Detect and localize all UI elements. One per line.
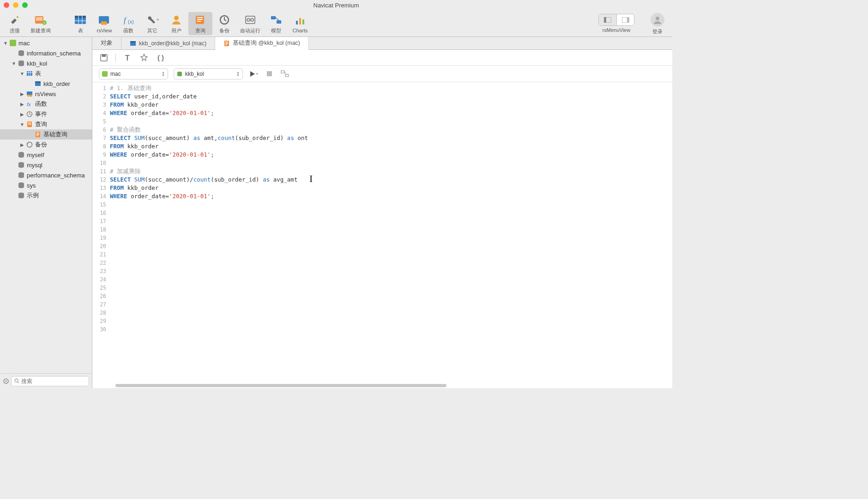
tab-bar: 对象kkb_order@kkb_kol (mac)基础查询 @kkb_kol (… <box>92 37 672 50</box>
user-icon <box>170 14 183 26</box>
tree-item[interactable]: ▼查询 <box>0 119 92 129</box>
svg-point-51 <box>28 95 30 97</box>
backup-icon <box>218 14 231 26</box>
seg-left-panel[interactable] <box>599 14 616 25</box>
toolbar-model[interactable]: 模型 <box>264 12 288 35</box>
spacer <box>11 193 17 198</box>
tree-item[interactable]: kkb_order <box>0 79 92 89</box>
main-panel: 对象kkb_order@kkb_kol (mac)基础查询 @kkb_kol (… <box>92 37 672 388</box>
tree-item[interactable]: ▶备份 <box>0 140 92 150</box>
svg-point-36 <box>656 17 659 20</box>
toolbar-user[interactable]: 用户 <box>164 12 188 35</box>
chevron-down-icon[interactable]: ▼ <box>19 71 25 76</box>
svg-point-79 <box>6 380 7 382</box>
svg-rect-35 <box>627 17 629 23</box>
toolbar-login[interactable]: 登录 <box>645 11 669 36</box>
svg-point-94 <box>177 74 182 76</box>
tree-item[interactable]: performance_schema <box>0 170 92 180</box>
chevron-right-icon[interactable]: ▶ <box>19 142 25 147</box>
tree-item[interactable]: ▼mac <box>0 38 92 48</box>
chevron-right-icon[interactable]: ▶ <box>19 101 25 107</box>
svg-rect-33 <box>604 17 606 23</box>
seg-right-panel[interactable] <box>616 14 634 25</box>
stop-button[interactable] <box>264 69 274 79</box>
line-gutter: 1234567891011121314151617181920212223242… <box>92 82 110 383</box>
svg-rect-2 <box>36 18 42 18</box>
scroll-thumb[interactable] <box>115 384 446 387</box>
tree-item[interactable]: ▶fx函数 <box>0 99 92 109</box>
run-toolbar: mac ▲▼ kkb_kol ▲▼ ▾ <box>92 66 672 82</box>
svg-rect-57 <box>28 124 31 125</box>
beautify-icon[interactable] <box>139 53 149 63</box>
toolbar-backup[interactable]: 备份 <box>212 12 236 35</box>
chevron-right-icon[interactable]: ▶ <box>19 111 25 117</box>
chevron-down-icon[interactable]: ▼ <box>3 40 8 46</box>
svg-rect-87 <box>225 44 227 45</box>
model-icon <box>270 14 283 26</box>
view-icon <box>98 14 111 26</box>
new-query-icon: + <box>34 14 47 26</box>
svg-point-25 <box>251 18 253 21</box>
svg-line-98 <box>284 72 287 74</box>
toolbar-new-query[interactable]: + 新建查询 <box>27 12 54 35</box>
fx-icon: fx <box>26 100 33 108</box>
tab[interactable]: 对象 <box>92 37 121 49</box>
tree-item[interactable]: ▼表 <box>0 68 92 79</box>
plug-icon <box>8 14 21 26</box>
svg-rect-86 <box>225 43 228 44</box>
text-cursor-icon: I <box>309 173 313 185</box>
rs-menu-view-label: rsMenuView <box>603 27 630 33</box>
tree-item-label: mysql <box>27 162 42 169</box>
tab[interactable]: 基础查询 @kkb_kol (mac) <box>215 37 309 50</box>
search-icon <box>14 378 19 383</box>
chevron-down-icon[interactable]: ▼ <box>11 61 17 66</box>
toolbar-table[interactable]: 表 <box>68 12 92 35</box>
tree-item[interactable]: ▶事件 <box>0 109 92 119</box>
chevron-right-icon[interactable]: ▶ <box>19 91 25 97</box>
tree-item[interactable]: 基础查询 <box>0 129 92 140</box>
tree-item[interactable]: sys <box>0 180 92 190</box>
tree-item[interactable]: ▼kkb_kol <box>0 58 92 68</box>
brackets-icon[interactable]: ( ) <box>156 53 166 63</box>
svg-rect-85 <box>225 42 228 43</box>
tree-item[interactable]: mysql <box>0 160 92 170</box>
query-icon <box>26 121 33 128</box>
sidebar-search[interactable] <box>11 376 89 386</box>
explain-button[interactable] <box>280 69 290 79</box>
svg-rect-31 <box>302 19 304 24</box>
svg-point-17 <box>174 16 179 20</box>
save-icon[interactable] <box>99 53 109 63</box>
svg-point-74 <box>18 186 24 188</box>
code-area[interactable]: # 1. 基础查询SELECT user_id,order_dateFROM k… <box>110 82 672 383</box>
format-icon[interactable]: T <box>122 53 133 63</box>
connection-dropdown[interactable]: mac ▲▼ <box>99 68 168 79</box>
tree-item[interactable]: ▶rsViews <box>0 89 92 99</box>
svg-rect-49 <box>35 81 41 83</box>
sidebar-search-input[interactable] <box>21 378 86 384</box>
toolbar-view[interactable]: rsView <box>92 12 116 35</box>
toolbar-charts[interactable]: Charts <box>288 12 312 35</box>
connection-tree[interactable]: ▼macinformation_schema▼kkb_kol▼表kkb_orde… <box>0 37 92 373</box>
toolbar-connection[interactable]: 连接 <box>3 12 27 35</box>
horizontal-scrollbar[interactable] <box>92 383 672 388</box>
tree-item[interactable]: myself <box>0 150 92 160</box>
svg-rect-7 <box>75 16 86 18</box>
db-icon <box>18 151 25 158</box>
toolbar-function[interactable]: f(x) 函数 <box>116 12 140 35</box>
settings-icon[interactable] <box>3 378 9 384</box>
database-dropdown[interactable]: kkb_kol ▲▼ <box>174 68 243 79</box>
tree-item[interactable]: 示例 <box>0 190 92 201</box>
chevron-down-icon[interactable]: ▼ <box>19 122 25 127</box>
toolbar-other[interactable]: ▾ 其它 <box>140 12 164 35</box>
toolbar-query[interactable]: 查询 <box>188 12 212 35</box>
tab[interactable]: kkb_order@kkb_kol (mac) <box>121 37 215 49</box>
svg-point-0 <box>17 16 18 18</box>
svg-point-77 <box>18 196 24 198</box>
titlebar: Navicat Premium <box>0 0 672 10</box>
toolbar-automation[interactable]: 自动运行 <box>236 12 264 35</box>
svg-rect-56 <box>28 122 31 123</box>
tree-item[interactable]: information_schema <box>0 48 92 58</box>
query-doc-icon <box>34 131 42 138</box>
run-button[interactable]: ▾ <box>248 69 259 79</box>
sql-editor[interactable]: 1234567891011121314151617181920212223242… <box>92 82 672 383</box>
